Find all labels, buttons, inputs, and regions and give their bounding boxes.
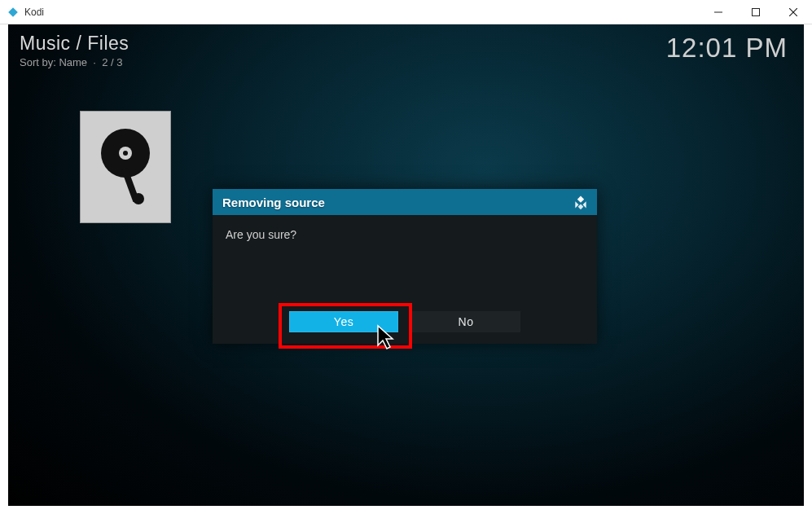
svg-marker-13 xyxy=(578,204,584,210)
close-button[interactable] xyxy=(775,0,812,24)
no-button[interactable]: No xyxy=(411,311,520,332)
window-titlebar: Kodi xyxy=(0,0,812,24)
svg-marker-12 xyxy=(583,201,586,208)
separator-dot: · xyxy=(93,56,96,68)
sort-label: Sort by: Name xyxy=(20,56,87,68)
breadcrumb: Music / Files xyxy=(20,33,129,55)
page-header: Music / Files Sort by: Name · 2 / 3 xyxy=(20,33,129,68)
kodi-icon xyxy=(573,194,589,210)
yes-button[interactable]: Yes xyxy=(289,311,398,332)
dialog-message: Are you sure? xyxy=(213,215,597,254)
clock: 12:01 PM xyxy=(666,33,788,64)
sort-info: Sort by: Name · 2 / 3 xyxy=(20,56,129,68)
dialog-header: Removing source xyxy=(213,189,597,215)
page-count: 2 / 3 xyxy=(102,56,122,68)
drive-thumbnail xyxy=(80,111,171,223)
kodi-app-icon xyxy=(7,6,20,19)
dialog-title: Removing source xyxy=(222,195,325,209)
svg-point-7 xyxy=(123,151,128,156)
disk-drive-icon xyxy=(93,122,158,212)
svg-rect-2 xyxy=(753,9,760,16)
window-controls xyxy=(700,0,812,24)
app-viewport: Music / Files Sort by: Name · 2 / 3 12:0… xyxy=(8,24,804,506)
maximize-button[interactable] xyxy=(737,0,775,24)
svg-marker-0 xyxy=(8,7,18,17)
svg-marker-10 xyxy=(577,196,584,203)
svg-marker-11 xyxy=(575,201,578,208)
window-title: Kodi xyxy=(24,7,44,18)
minimize-button[interactable] xyxy=(700,0,737,24)
confirm-dialog: Removing source Are you sure? Yes No xyxy=(213,189,597,344)
svg-point-9 xyxy=(133,193,144,204)
dialog-button-row: Yes No xyxy=(213,311,597,332)
